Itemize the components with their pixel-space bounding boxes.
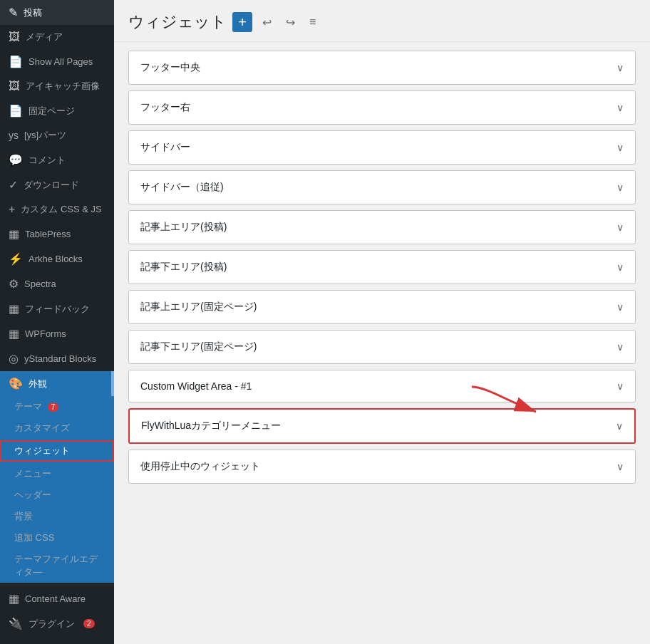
chevron-down-icon: ∨ [617,301,624,313]
pages-icon: 📄 [9,55,23,68]
widget-sidebar-follow[interactable]: サイドバー（追従) ∨ [128,170,636,204]
sidebar-sub-widget[interactable]: ウィジェット [0,440,114,462]
add-widget-button[interactable]: + [232,12,252,32]
sidebar-sub-theme-file-editor[interactable]: テーマファイルエディタ— [0,549,114,583]
chevron-down-icon: ∨ [617,142,624,153]
sidebar-item-posts[interactable]: ✎ 投稿 [0,0,114,25]
widget-footer-right[interactable]: フッター右 ∨ [128,90,636,125]
content-aware-icon: ▦ [9,592,19,606]
sidebar-sub-customize[interactable]: カスタマイズ [0,417,114,439]
fixed-page-icon: 📄 [9,104,23,118]
wpforms-icon: ▦ [9,327,19,341]
widget-article-bottom-fixed[interactable]: 記事下エリア(固定ページ) ∨ [128,330,636,364]
widget-flywith-container: FlyWithLuaカテゴリーメニュー ∨ [128,408,636,444]
chevron-down-icon: ∨ [617,261,624,273]
sidebar-item-eyecatch[interactable]: 🖼 アイキャッチ画像 [0,74,114,98]
spectra-icon: ⚙ [9,277,19,291]
chevron-down-icon: ∨ [616,420,623,432]
appearance-icon: 🎨 [9,377,23,390]
menu-button[interactable]: ≡ [305,13,320,31]
comments-icon: 💬 [9,153,23,167]
sidebar-item-show-all-pages[interactable]: 📄 Show All Pages [0,49,114,74]
sidebar-item-appearance[interactable]: 🎨 外観 [0,371,114,396]
sidebar-sub-background[interactable]: 背景 [0,506,114,527]
sidebar-sub-menu[interactable]: メニュー [0,463,114,484]
posts-icon: ✎ [9,6,18,19]
widget-sidebar[interactable]: サイドバー ∨ [128,130,636,165]
chevron-down-icon: ∨ [617,62,624,73]
widget-article-top-fixed[interactable]: 記事上エリア(固定ページ) ∨ [128,290,636,324]
sidebar-sub-header[interactable]: ヘッダー [0,484,114,506]
sidebar-sub-additional-css[interactable]: 追加 CSS [0,527,114,549]
sidebar-item-feedbuck[interactable]: ▦ フィードバック [0,296,114,321]
sidebar-item-plugins[interactable]: 🔌 プラグイン 2 [0,611,114,636]
widget-list: フッター中央 ∨ フッター右 ∨ サイドバー ∨ サイドバー（追従) ∨ 記事上… [114,42,650,492]
tablepress-icon: ▦ [9,227,19,241]
chevron-down-icon: ∨ [617,461,624,472]
chevron-down-icon: ∨ [617,182,624,193]
feedbuck-icon: ▦ [9,302,19,316]
undo-button[interactable]: ↩ [258,13,276,32]
widget-flywith-lua[interactable]: FlyWithLuaカテゴリーメニュー ∨ [128,408,636,444]
sidebar: ✎ 投稿 🖼 メディア 📄 Show All Pages 🖼 アイキャッチ画像 … [0,0,114,644]
ys-icon: ys [9,130,19,141]
chevron-down-icon: ∨ [617,341,624,353]
sidebar-item-media[interactable]: 🖼 メディア [0,25,114,49]
main-content: ウィジェット + ↩ ↪ ≡ フッター中央 ∨ フッター右 ∨ サイドバー ∨ … [114,0,650,644]
eyecatch-icon: 🖼 [9,80,20,93]
chevron-down-icon: ∨ [617,102,624,113]
sidebar-item-wpforms[interactable]: ▦ WPForms [0,321,114,346]
widget-article-bottom-post[interactable]: 記事下エリア(投稿) ∨ [128,250,636,284]
red-arrow-annotation [465,380,550,425]
sidebar-item-comments[interactable]: 💬 コメント [0,147,114,172]
widget-footer-center[interactable]: フッター中央 ∨ [128,51,636,85]
download-icon: ✓ [9,178,18,192]
media-icon: 🖼 [9,31,20,43]
widget-disabled[interactable]: 使用停止中のウィジェット ∨ [128,450,636,484]
plugins-icon: 🔌 [9,617,23,630]
sidebar-item-ys-parts[interactable]: ys [ys]パーツ [0,123,114,147]
sidebar-item-custom-css[interactable]: + カスタム CSS & JS [0,197,114,222]
sidebar-item-spectra[interactable]: ⚙ Spectra [0,271,114,296]
sidebar-item-fixed-page[interactable]: 📄 固定ページ [0,98,114,123]
sidebar-section-bottom: ▦ Content Aware 🔌 プラグイン 2 [0,586,114,636]
redo-button[interactable]: ↪ [282,13,299,32]
sidebar-item-content-aware[interactable]: ▦ Content Aware [0,586,114,611]
sidebar-item-appearance-container: 🎨 外観 テーマ 7 カスタマイズ ウィジェット メニュー ヘッダー 背景 追加… [0,371,114,583]
sidebar-item-tablepress[interactable]: ▦ TablePress [0,222,114,246]
widget-article-top-post[interactable]: 記事上エリア(投稿) ∨ [128,210,636,244]
sidebar-item-download[interactable]: ✓ ダウンロード [0,172,114,197]
custom-css-icon: + [9,203,15,216]
widget-custom-widget-1[interactable]: Custom Widget Area - #1 ∨ [128,370,636,402]
chevron-down-icon: ∨ [617,380,624,392]
arkhe-icon: ⚡ [9,252,23,266]
sidebar-sub-theme[interactable]: テーマ 7 [0,396,114,417]
sidebar-item-arkhe[interactable]: ⚡ Arkhe Blocks [0,246,114,271]
chevron-down-icon: ∨ [617,222,624,233]
ystandard-icon: ◎ [9,352,19,365]
page-header: ウィジェット + ↩ ↪ ≡ [114,0,650,42]
sidebar-item-ystandard[interactable]: ◎ yStandard Blocks [0,346,114,371]
page-title: ウィジェット [128,11,227,33]
